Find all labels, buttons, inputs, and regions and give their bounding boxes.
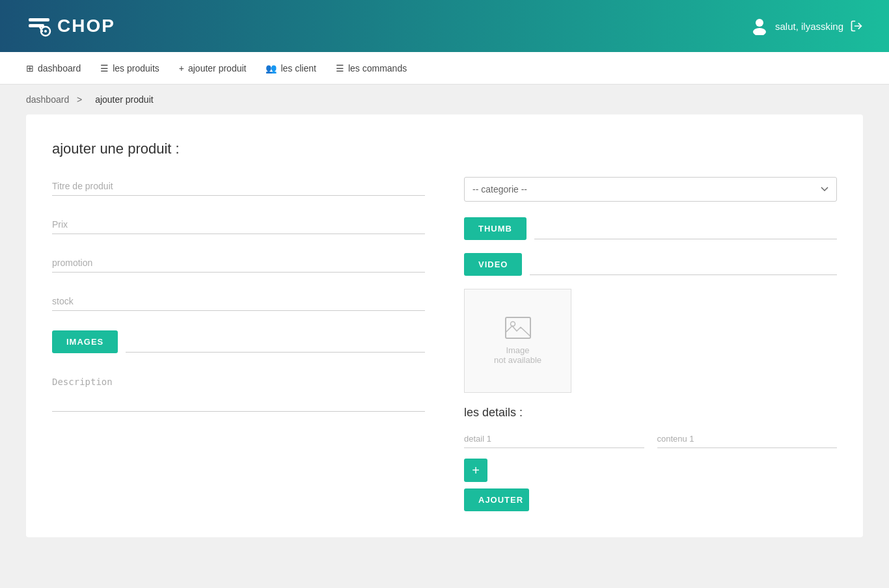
titre-input[interactable] <box>52 177 425 196</box>
breadcrumb-parent[interactable]: dashboard <box>26 94 69 105</box>
nav-label-les-produits: les produits <box>113 63 159 74</box>
nav-label-dashboard: dashboard <box>38 63 81 74</box>
nav-label-les-commands: les commands <box>348 63 407 74</box>
prix-group <box>52 215 425 234</box>
details-title: les details : <box>464 406 837 420</box>
breadcrumb-current: ajouter produit <box>95 94 154 105</box>
logo-area: CHOP <box>26 13 115 39</box>
description-textarea[interactable] <box>52 373 425 412</box>
add-detail-button[interactable]: + <box>464 459 487 482</box>
list-icon-commands: ☰ <box>336 63 344 74</box>
stock-input[interactable] <box>52 292 425 311</box>
description-group <box>52 373 425 414</box>
ajouter-button[interactable]: AJOUTER <box>464 488 529 511</box>
nav-item-dashboard[interactable]: ⊞ dashboard <box>26 63 81 74</box>
contenu1-input[interactable] <box>657 430 838 448</box>
svg-point-6 <box>753 28 766 35</box>
user-icon <box>750 17 769 35</box>
main-nav: ⊞ dashboard ☰ les produits + ajouter pro… <box>0 52 889 85</box>
svg-rect-0 <box>29 18 49 21</box>
thumb-input-line <box>534 219 837 239</box>
logo-text: CHOP <box>57 16 115 36</box>
thumb-row: THUMB <box>464 217 837 240</box>
promotion-group <box>52 254 425 273</box>
category-select[interactable]: -- categorie -- Electronique Vêtements A… <box>464 177 837 202</box>
app-header: CHOP salut, ilyassking <box>0 0 889 52</box>
logout-icon[interactable] <box>850 20 863 33</box>
svg-rect-8 <box>506 317 530 338</box>
users-icon: 👥 <box>266 63 277 74</box>
main-content: ajouter une produit : IMAGES <box>26 114 863 537</box>
thumb-button[interactable]: THUMB <box>464 217 527 240</box>
detail-actions: + AJOUTER <box>464 459 837 511</box>
dashboard-icon: ⊞ <box>26 63 34 74</box>
svg-point-9 <box>510 322 515 327</box>
image-not-available-icon <box>505 317 531 339</box>
prix-input[interactable] <box>52 215 425 234</box>
form-layout: IMAGES -- categorie -- Electronique Vête… <box>52 177 837 511</box>
detail-row-1 <box>464 430 837 448</box>
breadcrumb-separator: > <box>77 94 82 105</box>
detail1-input[interactable] <box>464 430 644 448</box>
logo-icon <box>26 13 52 39</box>
details-section: les details : + AJOUTER <box>464 406 837 511</box>
svg-point-5 <box>756 19 763 27</box>
nav-item-les-produits[interactable]: ☰ les produits <box>100 63 159 74</box>
image-not-available-line2: not available <box>494 355 541 365</box>
nav-item-ajouter-produit[interactable]: + ajouter produit <box>179 63 247 74</box>
breadcrumb: dashboard > ajouter produit <box>0 85 889 114</box>
image-not-available-line1: Image <box>506 345 529 355</box>
titre-group <box>52 177 425 196</box>
images-input-line <box>126 332 425 353</box>
stock-group <box>52 292 425 311</box>
nav-label-ajouter-produit: ajouter produit <box>188 63 247 74</box>
image-preview: Image not available <box>464 289 571 393</box>
svg-point-3 <box>44 30 47 33</box>
nav-item-les-client[interactable]: 👥 les client <box>266 63 316 74</box>
video-button[interactable]: VIDEO <box>464 253 522 276</box>
svg-rect-1 <box>29 24 44 27</box>
plus-icon-nav: + <box>179 63 184 74</box>
user-area: salut, ilyassking <box>750 17 863 35</box>
list-icon-produits: ☰ <box>100 63 109 74</box>
form-left: IMAGES <box>52 177 425 511</box>
page-title: ajouter une produit : <box>52 140 837 157</box>
images-row: IMAGES <box>52 330 425 353</box>
video-input-line <box>530 254 837 275</box>
nav-label-les-client: les client <box>280 63 316 74</box>
user-greeting-text: salut, ilyassking <box>775 21 843 32</box>
promotion-input[interactable] <box>52 254 425 273</box>
video-row: VIDEO <box>464 253 837 276</box>
nav-item-les-commands[interactable]: ☰ les commands <box>336 63 407 74</box>
form-right: -- categorie -- Electronique Vêtements A… <box>464 177 837 511</box>
images-button[interactable]: IMAGES <box>52 330 118 353</box>
